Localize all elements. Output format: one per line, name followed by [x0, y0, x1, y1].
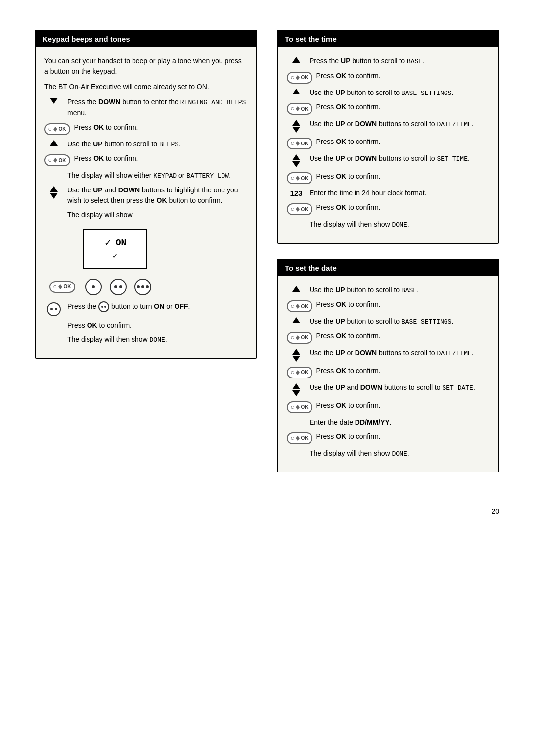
date-enter-date-text: Enter the date DD/MM/YY. — [310, 417, 490, 427]
time-ok-icon-1: C OK — [287, 71, 312, 84]
set-time-title: To set the time — [285, 35, 337, 43]
step-ok-2: C OK Press OK to confirm. — [44, 153, 247, 166]
date-updown-icon-1 — [287, 348, 306, 362]
display-on-text: ON — [116, 238, 127, 248]
date-updown-setdate-text: Use the UP and DOWN buttons to scroll to… — [310, 382, 490, 393]
empty-icon-2 — [44, 210, 63, 211]
date-done-empty-icon — [287, 448, 306, 449]
step-down-text: Press the DOWN button to enter the RINGI… — [67, 97, 247, 118]
set-date-content: Use the UP button to scroll to BASE. C O… — [278, 276, 498, 472]
empty-icon-4 — [44, 334, 63, 335]
date-up-arrow-1 — [287, 285, 306, 292]
time-ok-icon-2: C OK — [287, 102, 312, 115]
keypad-beeps-title: Keypad beeps and tones — [43, 35, 130, 43]
date-ok-2: C OK Press OK to confirm. — [287, 331, 490, 344]
set-time-content: Press the UP button to scroll to BASE. C… — [278, 47, 498, 243]
date-ok-2-text: Press OK to confirm. — [316, 331, 490, 341]
display-box-on: ✓ ON ✓ — [83, 229, 147, 269]
time-123-text: Enter the time in 24 hour clock format. — [310, 188, 490, 198]
intro-p1: You can set your handset to beep or play… — [44, 56, 247, 77]
double-dot-circle-icon — [44, 301, 63, 316]
time-step-updown-settime: Use the UP or DOWN buttons to scroll to … — [287, 153, 490, 167]
date-step-up-base: Use the UP button to scroll to BASE. — [287, 285, 490, 296]
page-number: 20 — [35, 507, 499, 515]
empty-icon-1 — [44, 170, 63, 171]
step-display-show-text: The display will show — [67, 210, 247, 220]
ok-icon-left: C OK — [49, 281, 75, 293]
date-enter-empty-icon — [287, 417, 306, 418]
date-ok-5-text: Press OK to confirm. — [316, 431, 490, 442]
date-step-updown-datetime: Use the UP or DOWN buttons to scroll to … — [287, 348, 490, 362]
time-updown-settime-text: Use the UP or DOWN buttons to scroll to … — [310, 153, 490, 164]
ok-button-icon-1: C OK — [44, 122, 70, 135]
arrows-updown-icon-1 — [44, 185, 63, 199]
time-up-base-text: Press the UP button to scroll to BASE. — [310, 56, 490, 67]
step-down-button: Press the DOWN button to enter the RINGI… — [44, 97, 247, 118]
step-ok-1: C OK Press OK to confirm. — [44, 122, 247, 135]
step-ok-1-text: Press OK to confirm. — [74, 122, 248, 133]
date-updown-icon-2 — [287, 382, 306, 396]
keypad-beeps-header: Keypad beeps and tones — [36, 31, 256, 47]
step-ok-2-text: Press OK to confirm. — [74, 153, 248, 164]
date-ok-icon-3: C OK — [287, 366, 312, 378]
up-arrow-icon-1 — [44, 139, 63, 146]
display-checkmark: ✓ — [104, 237, 112, 248]
time-ok-3-text: Press OK to confirm. — [316, 137, 490, 147]
step-display-keypad-text: The display will show either KEYPAD or B… — [67, 170, 247, 181]
step-done-text: The display will then show DONE. — [67, 334, 247, 345]
date-ok-icon-5: C OK — [287, 431, 312, 444]
step-ok-final-text: Press OK to confirm. — [67, 320, 247, 331]
date-ok-icon-4: C OK — [287, 400, 312, 413]
step-updown-highlight: Use the UP and DOWN buttons to highlight… — [44, 185, 247, 206]
time-ok-3: C OK Press OK to confirm. — [287, 137, 490, 149]
time-ok-5: C OK Press OK to confirm. — [287, 202, 490, 215]
time-done: The display will then show DONE. — [287, 219, 490, 230]
time-ok-icon-4: C OK — [287, 171, 312, 184]
date-ok-icon-1: C OK — [287, 299, 312, 312]
date-up-base-text: Use the UP button to scroll to BASE. — [310, 285, 490, 296]
time-updown-icon-1 — [287, 119, 306, 133]
display-checkmark-2: ✓ — [112, 252, 118, 260]
time-up-basesettings-text: Use the UP button to scroll to BASE SETT… — [310, 88, 490, 98]
time-updown-datetime-text: Use the UP or DOWN buttons to scroll to … — [310, 119, 490, 130]
date-ok-4: C OK Press OK to confirm. — [287, 400, 490, 413]
date-done: The display will then show DONE. — [287, 448, 490, 459]
keypad-beeps-section: Keypad beeps and tones You can set your … — [35, 30, 257, 359]
123-icon: 123 — [287, 188, 306, 197]
date-ok-icon-2: C OK — [287, 331, 312, 344]
time-ok-icon-5: C OK — [287, 202, 312, 215]
time-ok-4: C OK Press OK to confirm. — [287, 171, 490, 184]
ok-button-icon-2: C OK — [44, 153, 70, 166]
step-updown-highlight-text: Use the UP and DOWN buttons to highlight… — [67, 185, 247, 206]
single-dot-button[interactable] — [85, 279, 102, 295]
time-up-arrow-1 — [287, 56, 306, 63]
time-up-arrow-2 — [287, 88, 306, 94]
date-step-up-basesettings: Use the UP button to scroll to BASE SETT… — [287, 316, 490, 327]
time-step-up-base: Press the UP button to scroll to BASE. — [287, 56, 490, 67]
time-ok-1-text: Press OK to confirm. — [316, 71, 490, 81]
keypad-beeps-content: You can set your handset to beep or play… — [36, 47, 256, 358]
step-display-show: The display will show — [44, 210, 247, 220]
triple-dot-button[interactable] — [134, 279, 151, 295]
time-ok-1: C OK Press OK to confirm. — [287, 71, 490, 84]
set-time-header: To set the time — [278, 31, 498, 47]
double-dot-button-1[interactable] — [110, 279, 127, 295]
date-done-text: The display will then show DONE. — [310, 448, 490, 459]
step-ok-final: Press OK to confirm. — [44, 320, 247, 331]
step-up-beeps-text: Use the UP button to scroll to BEEPS. — [67, 139, 247, 150]
date-ok-3-text: Press OK to confirm. — [316, 366, 490, 376]
date-ok-5: C OK Press OK to confirm. — [287, 431, 490, 444]
step-up-beeps: Use the UP button to scroll to BEEPS. — [44, 139, 247, 150]
time-done-text: The display will then show DONE. — [310, 219, 490, 230]
step-display-keypad: The display will show either KEYPAD or B… — [44, 170, 247, 181]
time-ok-2: C OK Press OK to confirm. — [287, 102, 490, 115]
page-layout: Keypad beeps and tones You can set your … — [35, 30, 499, 487]
date-up-arrow-2 — [287, 316, 306, 323]
step-done: The display will then show DONE. — [44, 334, 247, 345]
time-done-empty-icon — [287, 219, 306, 220]
set-date-section: To set the date Use the UP button to scr… — [277, 259, 499, 473]
date-ok-1: C OK Press OK to confirm. — [287, 299, 490, 312]
set-time-section: To set the time Press the UP button to s… — [277, 30, 499, 244]
set-date-header: To set the date — [278, 260, 498, 276]
time-ok-icon-3: C OK — [287, 137, 312, 149]
